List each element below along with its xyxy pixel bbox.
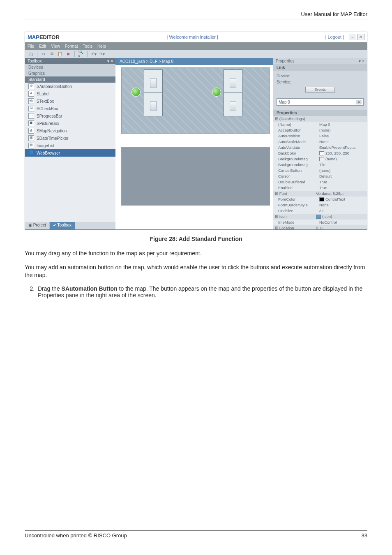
- property-row[interactable]: CursorDefault: [273, 173, 367, 179]
- device-label: Device:: [277, 74, 364, 78]
- pin-icon[interactable]: ▾ ×: [359, 59, 364, 63]
- property-row[interactable]: AutoPositionFalse: [273, 133, 367, 139]
- property-row[interactable]: ⊞ FontVerdana, 8.25pt: [273, 191, 367, 197]
- titlebar: MAPEDITOR | Welcome main installer | | L…: [25, 32, 367, 42]
- label-icon: A: [28, 91, 34, 97]
- property-row[interactable]: ⊞ Location0, 0: [273, 225, 367, 229]
- canvas-dot[interactable]: [212, 88, 221, 97]
- undo-icon[interactable]: ↶▾: [90, 51, 97, 57]
- redo-icon[interactable]: ↷▾: [99, 51, 105, 57]
- properties-pane-title: Properties▾ ×: [273, 58, 367, 64]
- zoom-icon[interactable]: 🔍▾: [78, 51, 84, 57]
- property-row[interactable]: AcceptButton(none): [273, 127, 367, 133]
- delete-icon[interactable]: ✖: [65, 51, 71, 57]
- events-button[interactable]: Events: [305, 87, 335, 92]
- toolbox-item[interactable]: ASMapNavigation: [25, 127, 115, 134]
- property-row[interactable]: DoubleBufferedTrue: [273, 179, 367, 185]
- toolbox-item[interactable]: ⊙SAutomationButton: [25, 83, 115, 90]
- menu-file[interactable]: File: [28, 44, 34, 49]
- property-row[interactable]: BackgroundImag(none): [273, 156, 367, 162]
- service-label: Service:: [277, 80, 364, 84]
- tool-icon[interactable]: ▢: [28, 51, 34, 57]
- toolbox-item[interactable]: ☑SCheckBox: [25, 105, 115, 112]
- progressbar-icon: ▭: [28, 113, 34, 119]
- property-row[interactable]: AutoValidateEnablePreventFocus: [273, 145, 367, 150]
- object-dropdown[interactable]: Map 0▾: [277, 98, 364, 106]
- app-screenshot: MAPEDITOR | Welcome main installer | | L…: [25, 32, 367, 230]
- body-paragraph: You may add an automation button on the …: [25, 264, 367, 280]
- toolbox-item[interactable]: ▤ImageList: [25, 142, 115, 149]
- property-row[interactable]: ⊞ Icon(Icon): [273, 214, 367, 220]
- cut-icon[interactable]: ✂: [40, 51, 47, 57]
- property-row[interactable]: BackColor250, 250, 250: [273, 150, 367, 156]
- textbox-icon: ab: [28, 98, 34, 104]
- canvas-tile[interactable]: [144, 69, 163, 93]
- figure-caption: Figure 28: Add Standard Function: [25, 236, 367, 242]
- toolbar: ▢ ✂ ⧉ 📋 ✖ 🔍▾ ↶▾ ↷▾: [25, 50, 367, 58]
- property-row[interactable]: ⊞ (DataBindings): [273, 116, 367, 122]
- properties-grid[interactable]: Properties ⊞ (DataBindings)(Name)Map 0Ac…: [273, 110, 367, 229]
- property-row[interactable]: BackgroundImagTile: [273, 162, 367, 168]
- canvas-tile[interactable]: [144, 92, 163, 116]
- checkbox-icon: ☑: [28, 106, 34, 111]
- toolbox-item[interactable]: ▭SProgressBar: [25, 112, 115, 120]
- toolbox-header: Toolbox ▾ ×: [25, 58, 115, 64]
- property-row[interactable]: CancelButton(none): [273, 168, 367, 173]
- toolbox-item[interactable]: ▣SPictureBox: [25, 120, 115, 127]
- footer-left: Uncontrolled when printed © RISCO Group: [25, 532, 127, 539]
- property-row[interactable]: ForeColorControlText: [273, 197, 367, 202]
- footer-page: 33: [362, 532, 367, 539]
- logout-link[interactable]: | Logout |: [325, 35, 344, 39]
- breadcrumb: ACC110_jash > DLF > Map 0: [115, 58, 273, 65]
- graphics-category[interactable]: Graphics: [25, 70, 115, 76]
- webbrowser-icon: 🌐: [28, 150, 34, 156]
- devices-category[interactable]: Devices: [25, 64, 115, 70]
- canvas-tile[interactable]: [224, 69, 242, 93]
- canvas-lower: [121, 147, 270, 206]
- body-paragraph: You may drag any of the function to the …: [25, 250, 367, 258]
- button-icon: ⊙: [28, 83, 34, 89]
- property-row[interactable]: EnabledTrue: [273, 185, 367, 191]
- toolbox-item-selected[interactable]: 🌐WebBrowser: [25, 149, 115, 157]
- project-tab[interactable]: ▣ Project: [25, 222, 50, 229]
- toolbox-item[interactable]: ASLabel: [25, 90, 115, 97]
- title-welcome: | Welcome main installer |: [60, 35, 325, 39]
- menu-format[interactable]: Format: [65, 44, 78, 49]
- step-item: Drag the SAutomation Button to the map. …: [36, 285, 367, 298]
- toolbox-item[interactable]: abSTextBox: [25, 97, 115, 105]
- canvas-dot[interactable]: [131, 88, 141, 97]
- toolbox-item[interactable]: ▦SDateTimePicker: [25, 134, 115, 142]
- design-canvas[interactable]: [115, 65, 273, 229]
- property-row[interactable]: ImeModeNoControl: [273, 220, 367, 225]
- menubar: File Edit View Format Tools Help: [25, 42, 367, 50]
- page-header: User Manual for MAP Editor: [25, 11, 367, 17]
- close-button[interactable]: ✕: [357, 34, 364, 40]
- property-row[interactable]: (Name)Map 0: [273, 122, 367, 127]
- page-footer: Uncontrolled when printed © RISCO Group …: [25, 530, 367, 539]
- menu-view[interactable]: View: [51, 44, 60, 49]
- datetime-icon: ▦: [28, 135, 34, 141]
- chevron-down-icon: ▾: [356, 100, 362, 104]
- standard-header: Standard: [25, 76, 115, 83]
- property-row[interactable]: FormBorderStyleNone: [273, 202, 367, 208]
- app-brand: MAPEDITOR: [28, 34, 60, 40]
- property-row[interactable]: AutoScaleModeNone: [273, 139, 367, 145]
- toolbox-tab[interactable]: ✔ Toolbox: [50, 222, 75, 229]
- link-section: Link: [273, 64, 367, 71]
- picturebox-icon: ▣: [28, 120, 34, 126]
- menu-edit[interactable]: Edit: [39, 44, 46, 49]
- canvas-tile[interactable]: [224, 92, 242, 116]
- grid-header: Properties: [273, 110, 367, 116]
- paste-icon[interactable]: 📋: [57, 51, 63, 57]
- menu-tools[interactable]: Tools: [83, 44, 92, 49]
- copy-icon[interactable]: ⧉: [48, 51, 55, 57]
- property-row[interactable]: GridSize32: [273, 208, 367, 214]
- mapnav-icon: A: [28, 128, 34, 134]
- pin-icon[interactable]: ▾ ×: [107, 59, 113, 63]
- imagelist-icon: ▤: [28, 143, 34, 148]
- minimize-button[interactable]: ‒: [349, 34, 356, 40]
- menu-help[interactable]: Help: [97, 44, 106, 49]
